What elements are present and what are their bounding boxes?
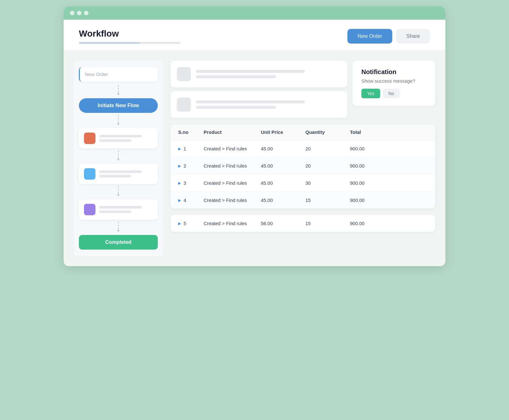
row-2-product: Created > Find rules (204, 163, 261, 169)
row-expand-icon[interactable]: ▶ (178, 181, 181, 185)
card-thumbnail-1 (177, 67, 191, 81)
notification-buttons: Yes No (361, 89, 426, 98)
row-2-unit-price: 45.00 (261, 163, 305, 169)
table-row: ▶ 5 Created > Find rules 56.00 15 900.00 (171, 215, 435, 232)
card-lines-2 (196, 100, 341, 109)
table-row: ▶ 2 Created > Find rules 45.00 20 900.00 (171, 157, 435, 175)
row-1-product: Created > Find rules (204, 146, 261, 151)
notification-card: Notification Show success message? Yes N… (352, 61, 435, 106)
row-5-unit-price: 56.00 (261, 221, 305, 226)
step-line (99, 139, 131, 142)
row-4-unit-price: 45.00 (261, 197, 305, 203)
new-order-button[interactable]: New Order (347, 29, 392, 44)
card-1 (171, 61, 347, 87)
page-title: Workflow (79, 29, 181, 39)
header-left: Workflow (79, 29, 181, 44)
step-line (99, 206, 142, 209)
header: Workflow New Order Share (64, 20, 445, 51)
col-header-quantity: Quantity (305, 129, 350, 135)
main-content: New Order ▼ Initiate New Flow ▼ (64, 51, 445, 266)
step-line (99, 175, 131, 177)
progress-bar (79, 42, 181, 44)
right-content: Notification Show success message? Yes N… (171, 61, 435, 256)
progress-fill (79, 42, 140, 44)
titlebar-dot-2 (77, 11, 81, 15)
connector-1: ▼ (79, 83, 158, 98)
step-lines-1 (99, 135, 153, 142)
row-4-sno: ▶ 4 (178, 197, 204, 203)
table-row: ▶ 1 Created > Find rules 45.00 20 900.00 (171, 140, 435, 157)
workflow-step-1 (79, 128, 158, 148)
table-header: S.no Product Unit Price Quantity Total (171, 124, 435, 140)
row-2-total: 900.00 (350, 163, 388, 169)
notification-no-button[interactable]: No (383, 89, 400, 98)
row-expand-icon[interactable]: ▶ (178, 221, 181, 226)
completed-button[interactable]: Completed (79, 235, 158, 250)
header-actions: New Order Share (347, 29, 430, 44)
step-icon-blue (84, 168, 95, 180)
notification-title: Notification (361, 68, 426, 76)
main-window: Workflow New Order Share New Order ▼ (64, 6, 445, 266)
card-line (196, 75, 276, 78)
row-5-sno: ▶ 5 (178, 221, 204, 226)
step-lines-3 (99, 206, 153, 213)
row-5-product: Created > Find rules (204, 221, 261, 226)
row-3-product: Created > Find rules (204, 180, 261, 186)
row-expand-icon[interactable]: ▶ (178, 147, 181, 151)
row-1-total: 900.00 (350, 146, 388, 151)
initiate-new-flow-button[interactable]: Initiate New Flow (79, 98, 158, 113)
row-expand-icon[interactable]: ▶ (178, 164, 181, 168)
card-line (196, 70, 305, 73)
card-2 (171, 91, 347, 118)
step-lines-2 (99, 170, 153, 177)
workflow-input-text: New Order (85, 72, 108, 77)
connector-3: ▼ (79, 148, 158, 164)
workflow-panel: New Order ▼ Initiate New Flow ▼ (74, 61, 163, 256)
row-3-sno: ▶ 3 (178, 180, 204, 186)
card-line (196, 106, 276, 109)
col-header-total: Total (350, 129, 388, 135)
workflow-step-3 (79, 199, 158, 220)
workflow-input-box: New Order (79, 67, 158, 82)
row-3-unit-price: 45.00 (261, 180, 305, 186)
card-line (196, 100, 305, 103)
row-4-product: Created > Find rules (204, 197, 261, 203)
row-1-quantity: 20 (305, 146, 350, 151)
notification-subtitle: Show success message? (361, 78, 426, 84)
table-row: ▶ 3 Created > Find rules 45.00 30 900.00 (171, 175, 435, 192)
workflow-step-2 (79, 164, 158, 184)
col-header-unit-price: Unit Price (261, 129, 305, 135)
titlebar (64, 6, 445, 20)
step-line (99, 210, 131, 213)
connector-4: ▼ (79, 184, 158, 199)
row-1-sno: ▶ 1 (178, 146, 204, 151)
card-lines-1 (196, 70, 341, 78)
last-row-card: ▶ 5 Created > Find rules 56.00 15 900.00 (171, 215, 435, 232)
step-icon-purple (84, 204, 95, 215)
row-2-quantity: 20 (305, 163, 350, 169)
cards-column (171, 61, 347, 118)
connector-2: ▼ (79, 113, 158, 128)
orders-table: S.no Product Unit Price Quantity Total ▶… (171, 124, 435, 209)
row-4-total: 900.00 (350, 197, 388, 203)
connector-5: ▼ (79, 220, 158, 235)
titlebar-dot-1 (70, 11, 74, 15)
table-row: ▶ 4 Created > Find rules 45.00 15 900.00 (171, 192, 435, 209)
row-3-quantity: 30 (305, 180, 350, 186)
step-line (99, 135, 142, 137)
row-5-total: 900.00 (350, 221, 388, 226)
col-header-product: Product (204, 129, 261, 135)
card-thumbnail-2 (177, 98, 191, 112)
titlebar-dot-3 (84, 11, 88, 15)
row-5-quantity: 15 (305, 221, 350, 226)
step-icon-orange (84, 133, 95, 144)
row-2-sno: ▶ 2 (178, 163, 204, 169)
row-expand-icon[interactable]: ▶ (178, 198, 181, 203)
share-button[interactable]: Share (396, 29, 430, 44)
row-3-total: 900.00 (350, 180, 388, 186)
step-line (99, 170, 142, 173)
row-4-quantity: 15 (305, 197, 350, 203)
notification-yes-button[interactable]: Yes (361, 89, 380, 98)
row-1-unit-price: 45.00 (261, 146, 305, 151)
col-header-sno: S.no (178, 129, 204, 135)
